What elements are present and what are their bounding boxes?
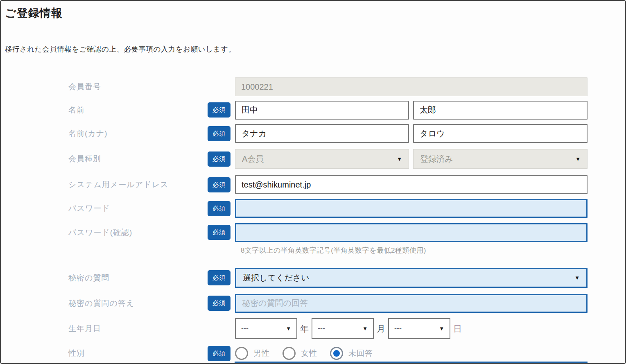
row-member-number: 会員番号 <box>1 77 625 96</box>
email-input[interactable] <box>235 175 588 194</box>
member-status-select[interactable]: 登録済み ▼ <box>413 149 588 169</box>
first-name-kana-input[interactable] <box>413 124 588 143</box>
row-birthdate: 生年月日 --- ▼ 年 --- ▼ 月 --- ▼ 日 <box>1 318 625 339</box>
required-badge: 必須 <box>208 201 231 216</box>
required-badge: 必須 <box>208 225 231 240</box>
radio-selected-icon <box>330 347 343 360</box>
member-type-value: A会員 <box>242 154 264 165</box>
year-unit-label: 年 <box>300 323 309 335</box>
required-badge: 必須 <box>208 151 231 167</box>
gender-radio-group: 男性 女性 未回答 <box>235 347 588 360</box>
row-password-confirm: パスワード(確認) 必須 <box>1 223 625 242</box>
chevron-down-icon: ▼ <box>286 326 291 332</box>
required-badge: 必須 <box>208 296 231 311</box>
row-gender: 性別 必須 男性 女性 未回答 <box>1 346 625 361</box>
day-unit-label: 日 <box>453 323 462 335</box>
row-password: パスワード 必須 <box>1 199 625 218</box>
secret-question-label: 秘密の質問 <box>1 273 208 283</box>
name-kana-label: 名前(カナ) <box>1 128 208 139</box>
chevron-down-icon: ▼ <box>397 156 402 162</box>
required-badge: 必須 <box>208 346 231 361</box>
secret-question-select[interactable]: 選択してください ▼ <box>235 268 588 288</box>
password-label: パスワード <box>1 203 208 214</box>
birth-day-value: --- <box>394 324 402 333</box>
next-field-partial-border <box>235 362 588 363</box>
registration-form-page: ご登録情報 移行された会員情報をご確認の上、必要事項の入力をお願いします。 会員… <box>0 0 626 364</box>
gender-option-male[interactable]: 男性 <box>235 347 270 360</box>
page-title: ご登録情報 <box>5 6 625 20</box>
row-name: 名前 必須 <box>1 100 625 120</box>
radio-unselected-icon <box>235 347 248 360</box>
required-badge: 必須 <box>208 126 231 141</box>
secret-answer-input[interactable] <box>235 294 588 313</box>
birth-day-select[interactable]: --- ▼ <box>388 318 450 339</box>
chevron-down-icon: ▼ <box>362 326 368 332</box>
last-name-input[interactable] <box>235 101 409 120</box>
member-type-label: 会員種別 <box>1 154 208 164</box>
birth-year-select[interactable]: --- ▼ <box>235 318 297 339</box>
gender-label: 性別 <box>1 348 208 359</box>
password-input[interactable] <box>235 199 588 218</box>
name-label: 名前 <box>1 105 208 115</box>
birth-year-value: --- <box>241 324 249 333</box>
birth-month-value: --- <box>318 324 325 333</box>
row-password-note: 8文字以上の半角英数字記号(半角英数字を最低2種類使用) <box>1 246 625 255</box>
secret-question-value: 選択してください <box>243 272 310 283</box>
row-email: システム用メールアドレス 必須 <box>1 175 625 194</box>
password-confirm-label: パスワード(確認) <box>1 227 208 238</box>
last-name-kana-input[interactable] <box>235 124 409 143</box>
required-badge: 必須 <box>208 177 231 192</box>
radio-unselected-icon <box>282 347 296 360</box>
row-secret-answer: 秘密の質問の答え 必須 <box>1 294 625 313</box>
first-name-input[interactable] <box>413 101 588 120</box>
chevron-down-icon: ▼ <box>574 275 580 281</box>
birth-month-select[interactable]: --- ▼ <box>312 318 374 339</box>
secret-answer-label: 秘密の質問の答え <box>1 298 208 309</box>
email-label: システム用メールアドレス <box>1 179 208 190</box>
member-number-field <box>235 77 588 96</box>
month-unit-label: 月 <box>377 323 385 335</box>
password-requirements-note: 8文字以上の半角英数字記号(半角英数字を最低2種類使用) <box>235 246 426 255</box>
member-type-select[interactable]: A会員 ▼ <box>235 149 409 169</box>
chevron-down-icon: ▼ <box>439 326 444 332</box>
member-status-value: 登録済み <box>420 154 453 165</box>
required-badge: 必須 <box>208 270 231 285</box>
page-subtitle: 移行された会員情報をご確認の上、必要事項の入力をお願いします。 <box>5 44 625 54</box>
required-badge: 必須 <box>208 102 231 118</box>
password-confirm-input[interactable] <box>235 223 588 242</box>
row-name-kana: 名前(カナ) 必須 <box>1 124 625 143</box>
row-member-type: 会員種別 必須 A会員 ▼ 登録済み ▼ <box>1 149 625 169</box>
gender-option-no-answer[interactable]: 未回答 <box>330 347 373 360</box>
registration-form: 会員番号 名前 必須 名前(カナ) 必須 会員種別 <box>1 77 625 361</box>
member-number-label: 会員番号 <box>1 81 208 92</box>
chevron-down-icon: ▼ <box>575 156 581 162</box>
row-secret-question: 秘密の質問 必須 選択してください ▼ <box>1 268 625 288</box>
birthdate-label: 生年月日 <box>1 323 208 334</box>
gender-option-female[interactable]: 女性 <box>282 347 317 360</box>
